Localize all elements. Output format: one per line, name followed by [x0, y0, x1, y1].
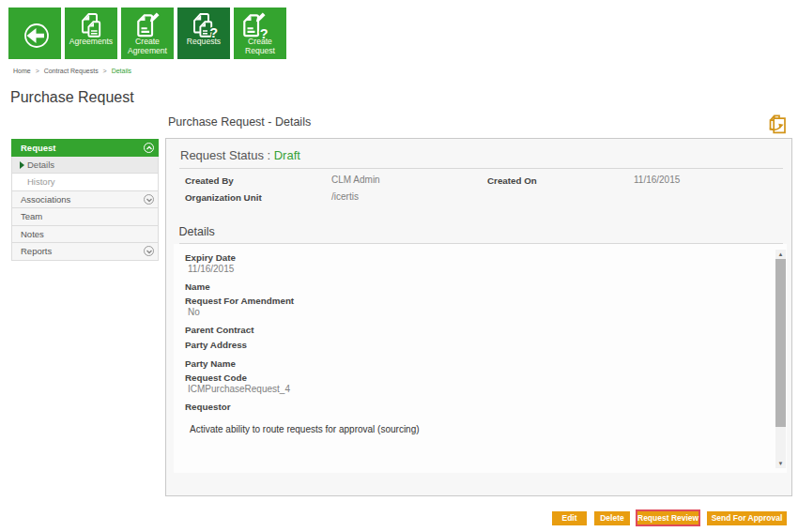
svg-text:Request: Request: [245, 46, 276, 55]
svg-text:Create: Create: [248, 37, 272, 46]
svg-text:Agreements: Agreements: [69, 37, 113, 46]
svg-text:Requests: Requests: [187, 37, 221, 46]
svg-text:Agreement: Agreement: [128, 46, 168, 55]
svg-text:Create: Create: [135, 37, 160, 46]
